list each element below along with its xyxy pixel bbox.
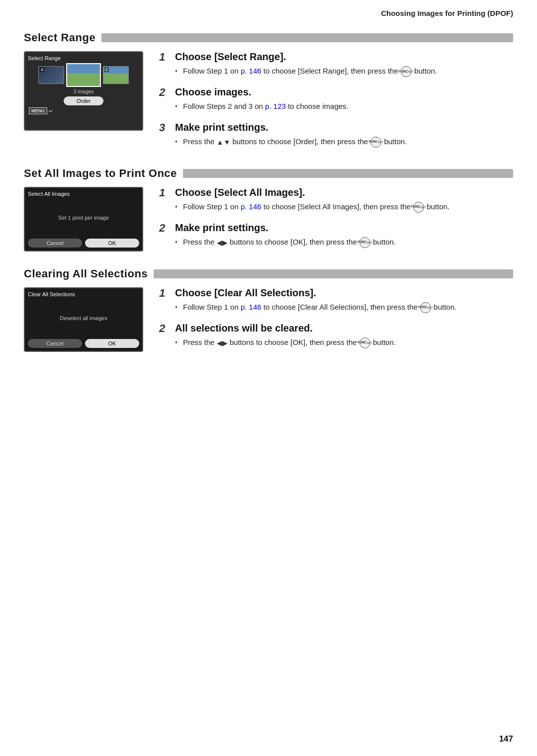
section-clearing-heading: Clearing All Selections xyxy=(24,267,513,280)
link-p146-3[interactable]: p. 146 xyxy=(241,303,262,311)
thumb-1: 4 xyxy=(38,66,64,84)
ok-btn-1: OK xyxy=(85,239,139,248)
step-3-heading: Make print settings. xyxy=(175,122,407,133)
clearing-step-1-bullet-1: Follow Step 1 on p. 146 to choose [Clear… xyxy=(175,302,456,313)
select-range-step-2: 2 Choose images. Follow Steps 2 and 3 on… xyxy=(155,86,513,114)
section-bar-3 xyxy=(154,269,513,278)
screen-menu-btn: MENU ↩ xyxy=(28,107,139,114)
step-num-3: 3 xyxy=(155,121,169,135)
clearing-step-2-bullets: Press the ◀▶ buttons to choose [OK], the… xyxy=(175,337,396,348)
clearing-screen-col: Clear All Selections Deselect all images… xyxy=(24,287,143,358)
clearing-step-2-bullet-1: Press the ◀▶ buttons to choose [OK], the… xyxy=(175,337,396,348)
section-select-range-heading: Select Range xyxy=(24,31,513,44)
set-all-screen: Select All Images Set 1 print per image … xyxy=(24,187,143,252)
screen-set-all-middle: Set 1 print per image xyxy=(28,199,139,237)
page-content: Select Range Select Range 4 6 xyxy=(0,21,537,388)
link-p146-1[interactable]: p. 146 xyxy=(241,67,262,75)
step-3-bullets: Press the ▲▼ buttons to choose [Order], … xyxy=(175,136,407,148)
page-header: Choosing Images for Printing (DPOF) xyxy=(0,0,537,21)
thumb-3-num: 6 xyxy=(104,67,109,72)
set-all-step-num-2: 2 xyxy=(155,221,169,235)
clearing-step-1-heading: Choose [Clear All Selections]. xyxy=(175,287,456,299)
set-all-step-1-heading: Choose [Select All Images]. xyxy=(175,187,449,198)
step-3-bullet-1: Press the ▲▼ buttons to choose [Order], … xyxy=(175,136,407,148)
step-num-1: 1 xyxy=(155,50,169,64)
clearing-step-content-1: Choose [Clear All Selections]. Follow St… xyxy=(175,287,456,315)
func-set-btn-2: FUNCSET xyxy=(370,137,381,148)
clearing-step-1-bullets: Follow Step 1 on p. 146 to choose [Clear… xyxy=(175,302,456,313)
set-all-step-content-1: Choose [Select All Images]. Follow Step … xyxy=(175,187,449,214)
select-range-step-1: 1 Choose [Select Range]. Follow Step 1 o… xyxy=(155,51,513,79)
screen-order-btn: Order xyxy=(64,96,103,105)
thumb-1-num: 4 xyxy=(40,67,44,72)
image-strip: 4 6 xyxy=(28,63,139,87)
section-select-range-title: Select Range xyxy=(24,31,101,44)
step-content-3: Make print settings. Press the ▲▼ button… xyxy=(175,122,407,149)
step-2-bullet-1: Follow Steps 2 and 3 on p. 123 to choose… xyxy=(175,101,349,112)
step-2-bullets: Follow Steps 2 and 3 on p. 123 to choose… xyxy=(175,101,349,112)
leftright-arrows-2: ◀▶ xyxy=(217,338,228,346)
section-bar-2 xyxy=(183,169,513,178)
header-title: Choosing Images for Printing (DPOF) xyxy=(381,9,513,17)
link-p123[interactable]: p. 123 xyxy=(265,102,286,110)
step-1-bullet-1: Follow Step 1 on p. 146 to choose [Selec… xyxy=(175,66,437,77)
screen-cancel-ok-2: Cancel OK xyxy=(28,339,139,348)
set-all-step-1-bullet-1: Follow Step 1 on p. 146 to choose [Selec… xyxy=(175,201,449,213)
menu-arrow: ↩ xyxy=(49,108,53,114)
clearing-step-num-2: 2 xyxy=(155,322,169,336)
section-clearing-title: Clearing All Selections xyxy=(24,267,154,280)
step-num-2: 2 xyxy=(155,85,169,99)
section-clearing-body: Clear All Selections Deselect all images… xyxy=(24,287,513,358)
set-all-step-2-bullet-1: Press the ◀▶ buttons to choose [OK], the… xyxy=(175,237,396,248)
step-content-1: Choose [Select Range]. Follow Step 1 on … xyxy=(175,51,437,79)
select-range-screen: Select Range 4 6 3 images Order xyxy=(24,51,143,131)
set-all-step-content-2: Make print settings. Press the ◀▶ button… xyxy=(175,222,396,250)
page-number: 147 xyxy=(499,734,513,744)
set-all-step-2-bullets: Press the ◀▶ buttons to choose [OK], the… xyxy=(175,237,396,248)
func-set-btn-5: FUNCSET xyxy=(420,302,431,313)
select-range-screen-col: Select Range 4 6 3 images Order xyxy=(24,51,143,157)
cancel-btn-1: Cancel xyxy=(28,239,82,248)
ok-btn-2: OK xyxy=(85,339,139,348)
clearing-step-num-1: 1 xyxy=(155,286,169,300)
section-set-all-body: Select All Images Set 1 print per image … xyxy=(24,187,513,257)
func-set-btn-3: FUNCSET xyxy=(413,202,424,213)
clearing-screen: Clear All Selections Deselect all images… xyxy=(24,287,143,352)
func-set-btn-6: FUNCSET xyxy=(359,337,370,348)
step-1-bullets: Follow Step 1 on p. 146 to choose [Selec… xyxy=(175,66,437,77)
set-all-step-1-bullets: Follow Step 1 on p. 146 to choose [Selec… xyxy=(175,201,449,213)
clearing-steps: 1 Choose [Clear All Selections]. Follow … xyxy=(155,287,513,358)
screen-cancel-ok-1: Cancel OK xyxy=(28,239,139,248)
menu-box: MENU xyxy=(29,107,47,114)
func-set-btn-4: FUNCSET xyxy=(359,237,370,248)
clearing-step-2: 2 All selections will be cleared. Press … xyxy=(155,323,513,350)
func-set-btn-1: FUNCSET xyxy=(401,66,412,77)
set-all-steps: 1 Choose [Select All Images]. Follow Ste… xyxy=(155,187,513,257)
select-range-steps: 1 Choose [Select Range]. Follow Step 1 o… xyxy=(155,51,513,157)
section-bar xyxy=(101,33,513,42)
set-all-step-num-1: 1 xyxy=(155,186,169,200)
step-content-2: Choose images. Follow Steps 2 and 3 on p… xyxy=(175,86,349,114)
clearing-step-content-2: All selections will be cleared. Press th… xyxy=(175,323,396,350)
screen-select-range-title: Select Range xyxy=(28,55,139,61)
link-p146-2[interactable]: p. 146 xyxy=(241,202,262,211)
screen-clearing-middle: Deselect all images xyxy=(28,299,139,337)
section-set-all-heading: Set All Images to Print Once xyxy=(24,167,513,180)
leftright-arrows-1: ◀▶ xyxy=(217,238,228,246)
clearing-step-1: 1 Choose [Clear All Selections]. Follow … xyxy=(155,287,513,315)
section-set-all-title: Set All Images to Print Once xyxy=(24,167,183,180)
section-select-range-body: Select Range 4 6 3 images Order xyxy=(24,51,513,157)
step-2-heading: Choose images. xyxy=(175,86,349,98)
step-1-heading: Choose [Select Range]. xyxy=(175,51,437,63)
thumb-2-bg xyxy=(67,64,100,86)
thumb-3: 6 xyxy=(103,66,129,84)
screen-set-all-title: Select All Images xyxy=(28,191,139,197)
set-all-step-1: 1 Choose [Select All Images]. Follow Ste… xyxy=(155,187,513,214)
screen-clearing-title: Clear All Selections xyxy=(28,291,139,297)
thumb-2 xyxy=(66,63,101,87)
set-all-screen-col: Select All Images Set 1 print per image … xyxy=(24,187,143,257)
cancel-btn-2: Cancel xyxy=(28,339,82,348)
set-all-step-2: 2 Make print settings. Press the ◀▶ butt… xyxy=(155,222,513,250)
select-range-step-3: 3 Make print settings. Press the ▲▼ butt… xyxy=(155,122,513,149)
clearing-step-2-heading: All selections will be cleared. xyxy=(175,323,396,334)
